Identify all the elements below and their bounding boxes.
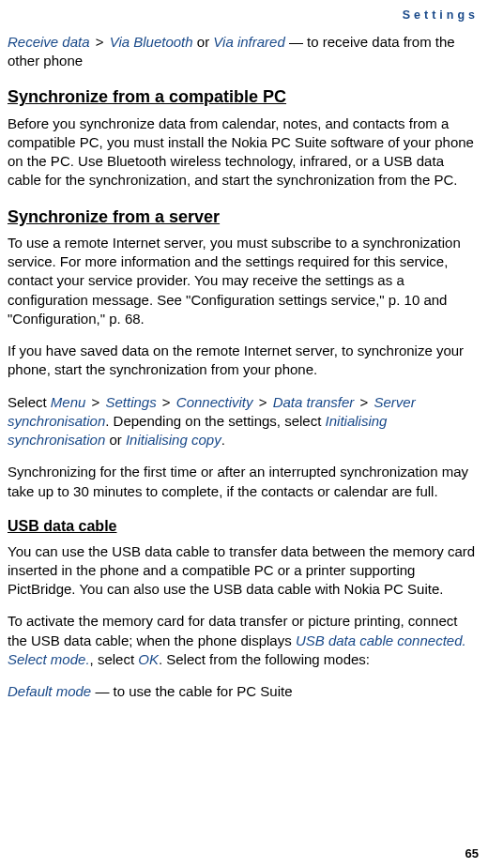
usb-p2: To activate the memory card for data tra…	[8, 612, 479, 669]
sync-server-heading: Synchronize from a server	[8, 206, 479, 228]
or-text: or	[105, 432, 126, 448]
usb-heading: USB data cable	[8, 516, 479, 537]
init-copy-option: Initialising copy	[126, 432, 221, 448]
select-prefix: Select	[8, 394, 51, 410]
page-number: 65	[465, 845, 479, 862]
sync-server-p3: Select Menu > Settings > Connectivity > …	[8, 393, 479, 450]
nav-data-transfer: Data transfer	[273, 394, 355, 410]
usb-p2-end: . Select from the following modes:	[159, 651, 370, 667]
nav-settings: Settings	[106, 394, 157, 410]
p3-mid: . Depending on the settings, select	[105, 413, 325, 429]
via-infrared-option: Via infrared	[213, 34, 284, 50]
default-mode-tail: — to use the cable for PC Suite	[91, 683, 292, 699]
p3-end: .	[221, 432, 225, 448]
intro-paragraph: Receive data > Via Bluetooth or Via infr…	[8, 33, 479, 71]
default-mode-option: Default mode	[8, 683, 91, 699]
sync-server-p1: To use a remote Internet server, you mus…	[8, 234, 479, 328]
receive-data-option: Receive data	[8, 34, 90, 50]
ok-option: OK	[138, 651, 159, 667]
sync-server-p4: Synchronizing for the first time or afte…	[8, 463, 479, 501]
page-header: Settings	[8, 8, 479, 23]
usb-p1: You can use the USB data cable to transf…	[8, 542, 479, 600]
nav-connectivity: Connectivity	[176, 394, 253, 410]
usb-p2-mid: , select	[90, 651, 139, 667]
sync-pc-body: Before you synchronize data from calenda…	[8, 114, 479, 190]
usb-default-mode: Default mode — to use the cable for PC S…	[8, 682, 479, 701]
sync-pc-heading: Synchronize from a compatible PC	[8, 85, 479, 108]
sync-server-p2: If you have saved data on the remote Int…	[8, 342, 479, 380]
nav-menu: Menu	[51, 394, 86, 410]
via-bluetooth-option: Via Bluetooth	[110, 34, 193, 50]
